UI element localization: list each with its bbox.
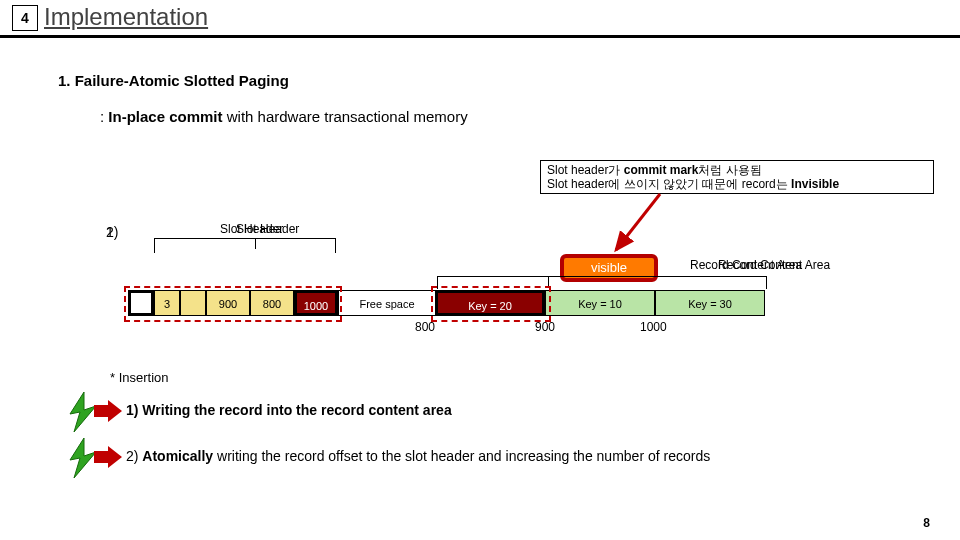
subheading: : In-place commit with hardware transact… xyxy=(100,108,468,125)
section-title: Implementation xyxy=(44,3,208,31)
step-2-bold: Atomically xyxy=(142,448,213,464)
offset-1000: 1000 xyxy=(640,320,667,334)
section-number-box: 4 xyxy=(12,5,38,31)
step-overlay-suffix: ) xyxy=(114,224,119,240)
heading: 1. Failure-Atomic Slotted Paging xyxy=(58,72,289,89)
bracket-rca-b xyxy=(548,276,767,287)
svg-marker-3 xyxy=(70,438,96,478)
note-l1a: Slot header가 xyxy=(547,163,624,177)
arrow-right-icon-1 xyxy=(94,400,122,422)
note-l1c: 처럼 사용됨 xyxy=(698,163,761,177)
note-l2b: Invisible xyxy=(791,177,839,191)
svg-marker-4 xyxy=(94,446,122,468)
subheading-rest: with hardware transactional memory xyxy=(223,108,468,125)
step-2-a: 2) xyxy=(126,448,142,464)
offset-900: 900 xyxy=(535,320,555,334)
cell-freespace: Free space xyxy=(338,290,436,316)
note-l1b: commit mark xyxy=(624,163,699,177)
title-bar: 4 Implementation xyxy=(0,5,960,38)
slot-header-note: Slot header가 commit mark처럼 사용됨 Slot head… xyxy=(540,160,934,194)
step-2-rest: writing the record offset to the slot he… xyxy=(213,448,710,464)
arrow-right-icon-2 xyxy=(94,446,122,468)
svg-marker-1 xyxy=(70,392,96,432)
dashed-new-record xyxy=(431,286,551,322)
slot-header-label-b: Slot Header xyxy=(236,222,299,236)
rca-label-b: Record Content Area xyxy=(718,258,830,272)
cell-key2: Key = 10 xyxy=(545,290,655,316)
dashed-slot-header xyxy=(124,286,342,322)
subheading-bold: In-place commit xyxy=(108,108,222,125)
note-l2a: Slot header에 쓰이지 않았기 때문에 record는 xyxy=(547,177,791,191)
arrow-note-to-visible xyxy=(610,192,670,256)
step-2-text: 2) Atomically writing the record offset … xyxy=(126,448,710,464)
offset-800: 800 xyxy=(415,320,435,334)
step-1-bold: 1) Writing the record into the record co… xyxy=(126,402,452,418)
insertion-label: * Insertion xyxy=(110,370,169,385)
cell-key3: Key = 30 xyxy=(655,290,765,316)
step-overlay-b: 2 xyxy=(106,224,114,240)
step-1-text: 1) Writing the record into the record co… xyxy=(126,402,452,418)
step-number-overlay: 12) xyxy=(106,224,118,240)
page-number: 8 xyxy=(923,516,930,530)
svg-marker-2 xyxy=(94,400,122,422)
svg-line-0 xyxy=(616,194,660,250)
bracket-slot-header-b xyxy=(154,238,336,253)
